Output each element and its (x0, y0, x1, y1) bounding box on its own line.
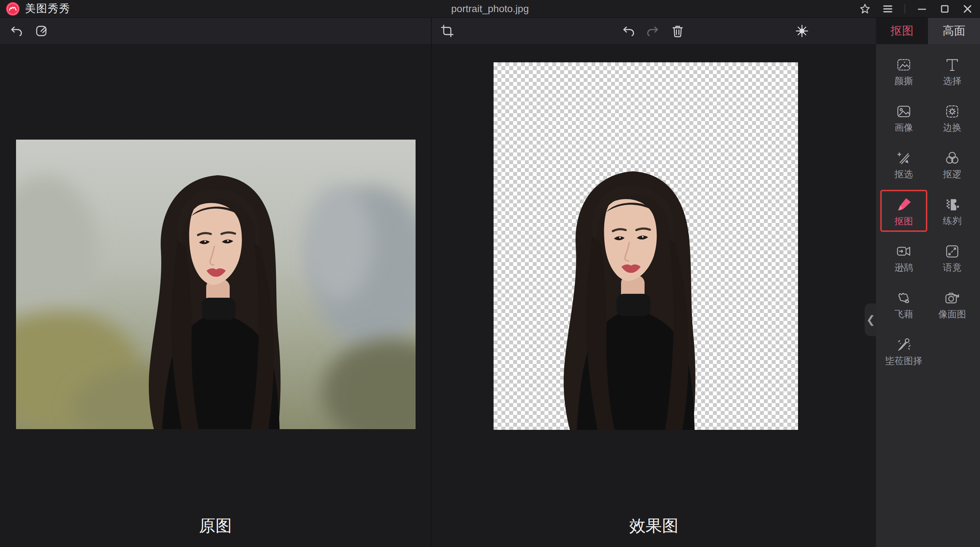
close-icon[interactable] (961, 3, 974, 15)
document-title: portrait_photo.jpg (0, 3, 980, 14)
original-photo (16, 140, 415, 429)
favorite-star-icon[interactable] (859, 3, 871, 15)
tool-label: 边换 (943, 123, 961, 132)
tool-label: 语竟 (943, 263, 961, 272)
tool-label: 抠图 (894, 216, 913, 226)
effect-photo (493, 62, 798, 430)
manual-cutout-icon (896, 150, 912, 166)
tool-item-12[interactable]: 坒莅图择 (880, 330, 927, 372)
tab-cutout[interactable]: 抠图 (876, 18, 928, 44)
sidebar-collapse-button[interactable]: ❮ (865, 304, 877, 336)
tool-label: 逊鸹 (894, 263, 913, 272)
tool-label: 坒莅图择 (885, 356, 922, 366)
redo-icon[interactable] (646, 24, 660, 38)
compare-icon[interactable] (795, 24, 809, 38)
minimize-icon[interactable] (916, 3, 928, 15)
tool-item-10[interactable]: 飞藉 (880, 283, 927, 325)
tool-label: 抠逻 (943, 170, 961, 179)
window-controls-separator (905, 4, 905, 14)
window-controls (859, 0, 974, 18)
sidebar-tabs: 抠图 高面 (876, 18, 980, 44)
undo-icon[interactable] (622, 24, 635, 38)
video-camera-icon (896, 243, 912, 259)
tool-item-cutout[interactable]: 抠图 (880, 190, 927, 232)
brush-icon (895, 196, 912, 213)
camera-rotate-icon (944, 290, 961, 306)
color-circles-icon (944, 150, 961, 166)
tool-label: 像面图 (938, 310, 966, 319)
tool-label: 画像 (894, 123, 913, 132)
menu-icon[interactable] (882, 3, 894, 15)
tool-sidebar: 抠图 高面 颜撕 选择 (876, 18, 980, 547)
dashed-photo-icon (896, 57, 912, 73)
tool-label: 选择 (943, 76, 961, 86)
meitu-app-window: 美图秀秀 portrait_photo.jpg (0, 0, 980, 547)
effect-panel-toolbar: 保存 (431, 18, 876, 44)
text-tool-icon (944, 57, 961, 73)
tab-canvas[interactable]: 高面 (928, 18, 980, 44)
checker-shape-icon (944, 197, 961, 213)
undo-icon[interactable] (10, 24, 23, 38)
trash-icon[interactable] (671, 24, 685, 38)
tool-label: 练刿 (943, 216, 961, 226)
panel-divider (431, 18, 431, 547)
tool-label: 飞藉 (894, 310, 913, 319)
effect-caption: 效果图 (431, 515, 876, 537)
dashed-gear-icon (944, 103, 961, 120)
chevron-left-icon: ❮ (866, 315, 875, 325)
tool-grid: 颜撕 选择 画像 (876, 44, 980, 377)
tool-item-5[interactable]: 抠逻 (929, 143, 976, 185)
tool-item-0[interactable]: 颜撕 (880, 50, 927, 92)
tool-item-3[interactable]: 边换 (929, 97, 976, 138)
crop-icon[interactable] (440, 24, 454, 38)
tool-item-11[interactable]: 像面图 (929, 283, 976, 325)
tool-item-1[interactable]: 选择 (929, 50, 976, 92)
animal-shape-icon (896, 290, 912, 306)
tool-label: 抠选 (894, 170, 913, 179)
tool-item-8[interactable]: 逊鸹 (880, 237, 927, 278)
title-bar: 美图秀秀 portrait_photo.jpg (0, 0, 980, 18)
tool-item-7[interactable]: 练刿 (929, 190, 976, 232)
tool-item-9[interactable]: 语竟 (929, 237, 976, 278)
resize-box-icon (944, 243, 961, 259)
eyedropper-icon (896, 337, 912, 353)
original-panel-toolbar (0, 18, 431, 44)
tool-item-4[interactable]: 抠选 (880, 143, 927, 185)
original-caption: 原图 (0, 515, 431, 537)
tool-item-2[interactable]: 画像 (880, 97, 927, 138)
edit-icon[interactable] (35, 24, 48, 38)
image-icon (896, 103, 912, 120)
maximize-icon[interactable] (939, 3, 951, 15)
tool-label: 颜撕 (894, 76, 913, 86)
